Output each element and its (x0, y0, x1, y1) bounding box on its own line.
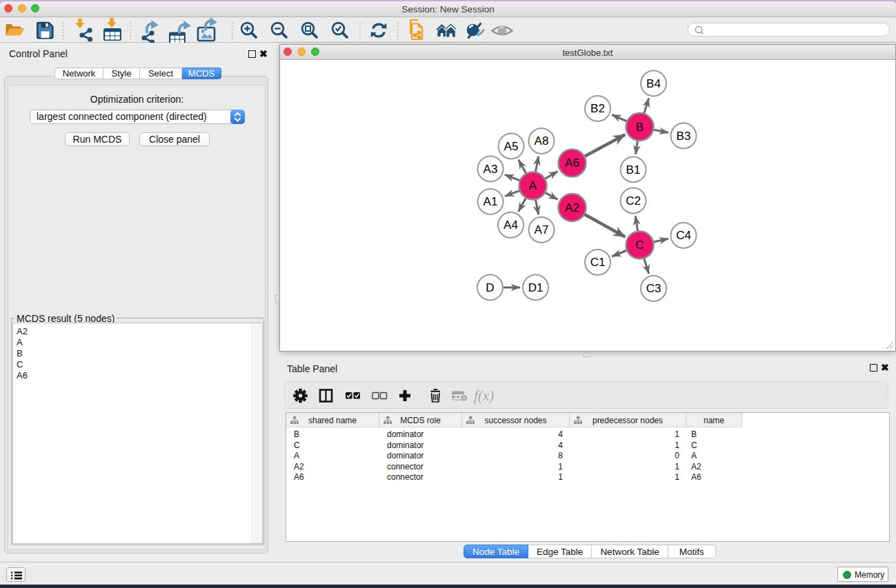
svg-text:A1: A1 (484, 195, 498, 208)
svg-text:A5: A5 (504, 139, 519, 152)
svg-text:C1: C1 (590, 256, 606, 269)
svg-text:A3: A3 (484, 162, 498, 175)
svg-text:A2: A2 (565, 201, 579, 214)
svg-text:C3: C3 (646, 282, 661, 295)
svg-text:B: B (636, 120, 644, 133)
svg-text:D1: D1 (528, 281, 544, 294)
svg-text:B4: B4 (646, 77, 661, 90)
svg-text:C2: C2 (626, 194, 641, 207)
svg-text:D: D (486, 281, 494, 294)
svg-text:B3: B3 (677, 129, 691, 142)
svg-text:A: A (529, 179, 537, 192)
svg-text:f(x): f(x) (474, 387, 494, 404)
svg-text:C4: C4 (676, 229, 691, 242)
svg-text:A6: A6 (565, 156, 579, 170)
svg-text:A8: A8 (535, 134, 549, 148)
svg-text:B2: B2 (590, 102, 605, 115)
svg-text:A4: A4 (504, 219, 518, 232)
svg-text:C: C (635, 239, 644, 252)
svg-text:A7: A7 (535, 223, 549, 236)
svg-text:B1: B1 (626, 163, 641, 176)
